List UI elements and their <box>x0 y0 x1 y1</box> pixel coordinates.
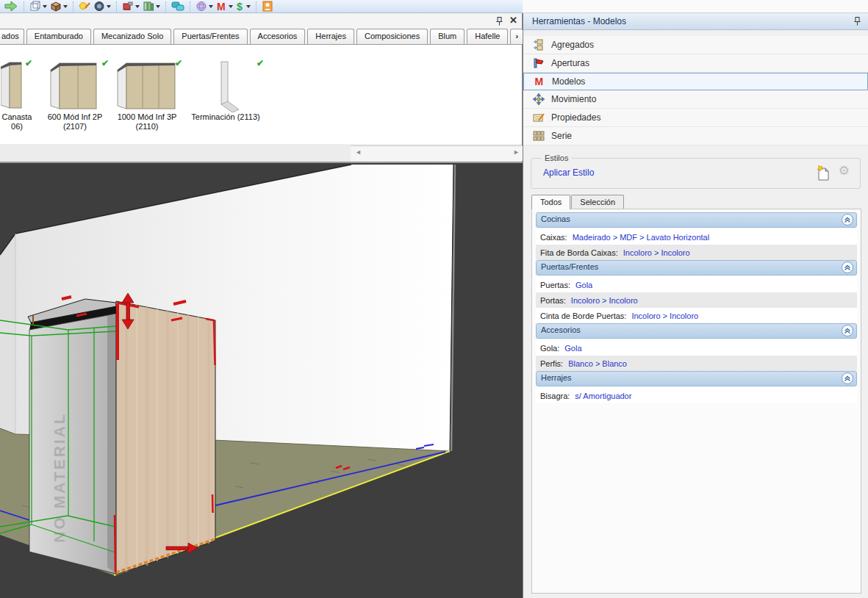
aplicar-estilo-link[interactable]: Aplicar Estilo <box>543 167 594 178</box>
toolbar-separator <box>165 1 166 12</box>
tab-ados[interactable]: ados <box>0 29 24 44</box>
app-window: M $ ✕ ados Entamburado Mecanizado Solo P… <box>0 0 868 598</box>
module-label-line1: 1000 Mód Inf 3P <box>110 112 184 122</box>
budget-dollar-icon[interactable]: $ <box>235 1 251 12</box>
tab-mecanizado-solo[interactable]: Mecanizado Solo <box>93 29 171 44</box>
machining-tool-icon[interactable] <box>121 1 140 12</box>
check-icon: ✔ <box>175 58 182 68</box>
module-thumbnail: ✔ <box>40 60 110 111</box>
module-thumbnail: ✔ <box>0 60 34 111</box>
cabinet-side-no-material[interactable] <box>29 314 116 574</box>
tool-item-serie[interactable]: Serie <box>523 127 868 145</box>
section-header-accesorios[interactable]: Accesorios <box>536 323 857 339</box>
render-light-icon[interactable] <box>78 1 91 12</box>
module-label: 600 Mód Inf 2P (2107) <box>40 112 110 132</box>
tool-item-label: Propiedades <box>551 112 600 123</box>
material-sphere-icon[interactable] <box>195 1 214 12</box>
module-label-line1: Canasta <box>0 112 34 122</box>
collapse-chevron-icon[interactable] <box>841 261 854 275</box>
scroll-right-arrow[interactable]: ► <box>513 148 520 156</box>
tab-composiciones[interactable]: Composiciones <box>356 29 428 44</box>
dropdown-caret <box>107 5 111 8</box>
style-value-link[interactable]: Madeirado > MDF > Lavato Horizontal <box>573 233 709 242</box>
viewport-3d[interactable]: NO MATERIAL <box>0 163 523 598</box>
wireframe-cube-icon[interactable] <box>29 1 48 12</box>
module-label: 1000 Mód Inf 3P (2110) <box>110 112 184 132</box>
tool-item-agregados[interactable]: Agregados <box>523 36 868 54</box>
collapse-chevron-icon[interactable] <box>841 372 854 386</box>
toolbar-separator <box>190 1 190 12</box>
section-title: Cocinas <box>541 215 570 223</box>
close-icon[interactable]: ✕ <box>509 15 517 26</box>
section-title: Herrajes <box>541 373 572 382</box>
style-row-caixas: Caixas: Madeirado > MDF > Lavato Horizon… <box>536 229 857 245</box>
style-value-link[interactable]: Incoloro > Incoloro <box>623 248 690 257</box>
tool-item-label: Agregados <box>551 40 594 50</box>
scroll-track[interactable] <box>351 145 523 161</box>
tab-overflow[interactable]: › <box>510 29 523 44</box>
style-value-link[interactable]: Gola <box>564 344 581 353</box>
toolbar-separator <box>24 1 24 12</box>
svg-text:M: M <box>534 76 543 87</box>
module-thumbnail: ✔ <box>110 60 184 111</box>
gallery-item-1000-mod-inf-3p[interactable]: ✔ 1000 Mód Inf 3P (2110) <box>110 60 184 132</box>
scroll-left-arrow[interactable]: ◄ <box>355 148 362 156</box>
tab-todos[interactable]: Todos <box>531 195 570 209</box>
collapse-chevron-icon[interactable] <box>841 324 854 339</box>
tools-panel-header: Herramientas - Modelos <box>523 13 868 30</box>
tab-herrajes[interactable]: Herrajes <box>307 29 354 44</box>
tool-item-label: Aperturas <box>551 58 589 68</box>
gallery-scrollbar: ◄ ► <box>0 144 522 162</box>
tool-item-modelos[interactable]: M Modelos <box>523 73 868 90</box>
dropdown-caret <box>43 5 47 8</box>
tool-item-aperturas[interactable]: Aperturas <box>523 54 868 73</box>
wood-end-panel[interactable] <box>116 301 215 574</box>
run-arrow-icon[interactable] <box>3 1 19 12</box>
dropdown-caret <box>246 5 251 8</box>
textured-cube-icon[interactable] <box>49 1 68 12</box>
toolbar-right-spacer <box>523 0 868 13</box>
user-person-icon[interactable] <box>261 1 274 12</box>
tab-accesorios[interactable]: Accesorios <box>250 29 306 44</box>
panel-pin-icon[interactable] <box>853 16 862 29</box>
style-value-link[interactable]: Incoloro > Incoloro <box>571 296 638 305</box>
gallery-item-terminacion[interactable]: ✔ Terminación (2113) <box>186 60 265 122</box>
tab-seleccion[interactable]: Selección <box>571 195 624 209</box>
gallery-item-canasta[interactable]: ✔ Canasta 06) <box>0 60 34 132</box>
tab-hafelle[interactable]: Hafelle <box>467 29 508 44</box>
module-label-line2: (2110) <box>110 122 184 132</box>
collapse-chevron-icon[interactable] <box>841 213 854 228</box>
chat-bubbles-icon[interactable] <box>171 1 185 12</box>
estilos-groupbox: Estilos Aplicar Estilo ⚙ <box>531 158 861 189</box>
toolbar-separator <box>256 1 257 12</box>
tab-blum[interactable]: Blum <box>430 29 465 44</box>
models-m-icon[interactable]: M <box>215 1 234 12</box>
style-key: Gola: <box>540 344 559 353</box>
svg-text:$: $ <box>237 1 243 12</box>
camera-view-icon[interactable] <box>93 1 112 12</box>
style-value-link[interactable]: s/ Amortiguador <box>575 392 631 400</box>
gallery-item-600-mod-inf-2p[interactable]: ✔ 600 Mód Inf 2P (2107) <box>40 60 110 132</box>
dropdown-caret <box>229 5 233 8</box>
tool-item-propiedades[interactable]: Propiedades <box>523 109 868 127</box>
styles-list: Cocinas Caixas: Madeirado > MDF > Lavato… <box>531 209 861 594</box>
style-value-link[interactable]: Incoloro > Incoloro <box>631 311 698 320</box>
settings-gear-icon[interactable]: ⚙ <box>839 163 850 179</box>
tool-item-label: Serie <box>551 131 572 141</box>
tool-item-movimiento[interactable]: Movimiento <box>523 90 868 109</box>
catalog-items: ✔ Canasta 06) ✔ 600 Mód Inf 2P (2107) <box>0 45 522 144</box>
models-m-icon: M <box>533 76 545 88</box>
new-style-icon[interactable] <box>816 165 831 184</box>
section-header-herrajes[interactable]: Herrajes <box>536 371 857 386</box>
tab-puertas-frentes[interactable]: Puertas/Frentes <box>173 29 247 44</box>
style-value-link[interactable]: Gola <box>575 281 592 289</box>
module-thumbnail: ✔ <box>186 60 265 111</box>
panels-stack-icon[interactable] <box>142 1 161 12</box>
check-icon: ✔ <box>101 58 109 68</box>
section-header-cocinas[interactable]: Cocinas <box>536 212 857 228</box>
section-header-puertas-frentes[interactable]: Puertas/Frentes <box>536 260 857 275</box>
pin-icon[interactable] <box>495 16 504 29</box>
style-value-link[interactable]: Blanco > Blanco <box>568 359 627 368</box>
style-key: Bisagra: <box>540 392 570 400</box>
tab-entamburado[interactable]: Entamburado <box>26 29 91 44</box>
